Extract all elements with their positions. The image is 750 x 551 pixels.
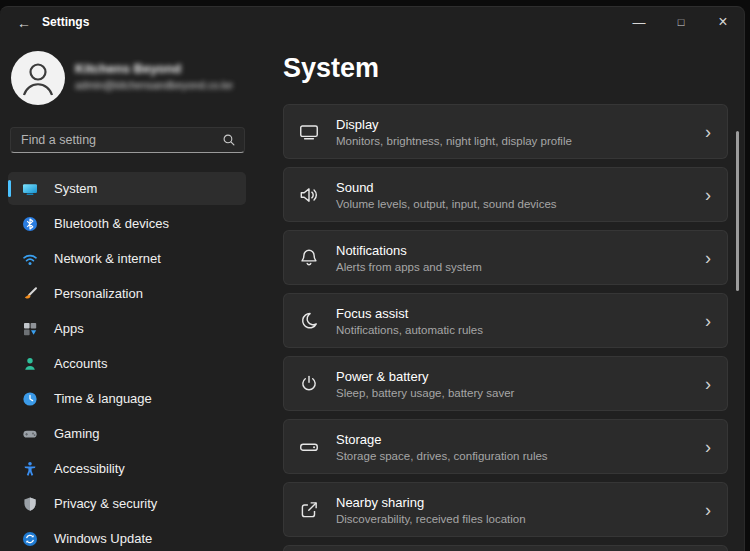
sidebar-item-label: Privacy & security — [54, 496, 157, 511]
accessibility-icon — [22, 461, 38, 477]
profile-name: Kitchens Beyond — [75, 61, 233, 76]
card-subtitle: Storage space, drives, configuration rul… — [336, 450, 548, 462]
chevron-right-icon: › — [705, 375, 711, 393]
sidebar-item-label: Gaming — [54, 426, 100, 441]
sidebar-item-bluetooth-devices[interactable]: Bluetooth & devices — [8, 207, 246, 240]
search-input[interactable] — [11, 133, 222, 147]
card-notifications[interactable]: Notifications Alerts from apps and syste… — [283, 230, 728, 285]
card-display[interactable]: Display Monitors, brightness, night ligh… — [283, 104, 728, 159]
card-power-battery[interactable]: Power & battery Sleep, battery usage, ba… — [283, 356, 728, 411]
card-subtitle: Alerts from apps and system — [336, 261, 482, 273]
clock-icon — [22, 391, 38, 407]
shield-icon — [22, 496, 38, 512]
main-content: System Display Monitors, brightness, nig… — [283, 7, 728, 551]
sidebar-item-label: System — [54, 181, 97, 196]
settings-window: ← Settings — □ × Kitchens Beyond admin@k… — [0, 6, 745, 551]
sidebar-item-label: Accessibility — [54, 461, 125, 476]
avatar — [11, 51, 65, 105]
sidebar-item-accessibility[interactable]: Accessibility — [8, 452, 246, 485]
card-nearby-sharing[interactable]: Nearby sharing Discoverability, received… — [283, 482, 728, 537]
bluetooth-icon — [22, 216, 38, 232]
chevron-right-icon: › — [705, 123, 711, 141]
sidebar-item-windows-update[interactable]: Windows Update — [8, 522, 246, 551]
apps-icon — [22, 321, 38, 337]
card-subtitle: Volume levels, output, input, sound devi… — [336, 198, 557, 210]
moon-icon — [298, 310, 320, 332]
chevron-right-icon: › — [705, 186, 711, 204]
power-icon — [298, 373, 320, 395]
card-title: Notifications — [336, 243, 482, 258]
card-title: Nearby sharing — [336, 495, 526, 510]
sidebar-item-accounts[interactable]: Accounts — [8, 347, 246, 380]
sidebar-item-label: Apps — [54, 321, 84, 336]
card-focus-assist[interactable]: Focus assist Notifications, automatic ru… — [283, 293, 728, 348]
chevron-right-icon: › — [705, 438, 711, 456]
card-title: Display — [336, 117, 572, 132]
scrollbar-thumb[interactable] — [736, 131, 739, 291]
sidebar-item-system[interactable]: System — [8, 172, 246, 205]
card-subtitle: Discoverability, received files location — [336, 513, 526, 525]
sidebar-item-label: Personalization — [54, 286, 143, 301]
sidebar-item-label: Accounts — [54, 356, 107, 371]
sidebar-item-personalization[interactable]: Personalization — [8, 277, 246, 310]
sidebar-item-time-language[interactable]: Time & language — [8, 382, 246, 415]
bell-icon — [298, 247, 320, 269]
sidebar-item-label: Network & internet — [54, 251, 161, 266]
chevron-right-icon: › — [705, 501, 711, 519]
sidebar-item-privacy-security[interactable]: Privacy & security — [8, 487, 246, 520]
sidebar-item-label: Bluetooth & devices — [54, 216, 169, 231]
drive-icon — [298, 436, 320, 458]
profile-email: admin@kitchensandbeyond.co.ke — [75, 79, 233, 91]
paintbrush-icon — [22, 286, 38, 302]
card-subtitle: Monitors, brightness, night light, displ… — [336, 135, 572, 147]
card-title: Sound — [336, 180, 557, 195]
card-subtitle: Sleep, battery usage, battery saver — [336, 387, 514, 399]
system-icon — [22, 181, 38, 197]
chevron-right-icon: › — [705, 312, 711, 330]
sidebar-item-label: Time & language — [54, 391, 152, 406]
speaker-icon — [298, 184, 320, 206]
sidebar-item-network-internet[interactable]: Network & internet — [8, 242, 246, 275]
card-partial[interactable] — [283, 545, 728, 551]
profile-info: Kitchens Beyond admin@kitchensandbeyond.… — [75, 61, 233, 91]
card-title: Storage — [336, 432, 548, 447]
gamepad-icon — [22, 426, 38, 442]
person-icon — [22, 356, 38, 372]
card-subtitle: Notifications, automatic rules — [336, 324, 483, 336]
display-icon — [298, 121, 320, 143]
card-sound[interactable]: Sound Volume levels, output, input, soun… — [283, 167, 728, 222]
sidebar-item-apps[interactable]: Apps — [8, 312, 246, 345]
sidebar-item-label: Windows Update — [54, 531, 152, 546]
update-icon — [22, 531, 38, 547]
settings-cards: Display Monitors, brightness, night ligh… — [283, 104, 728, 551]
card-title: Power & battery — [336, 369, 514, 384]
window-title: Settings — [42, 15, 89, 29]
search-box — [10, 127, 245, 153]
back-button[interactable]: ← — [12, 12, 36, 34]
page-title: System — [283, 53, 379, 84]
chevron-right-icon: › — [705, 249, 711, 267]
sidebar-nav: System Bluetooth & devices Network & int… — [8, 172, 246, 551]
sidebar-item-gaming[interactable]: Gaming — [8, 417, 246, 450]
card-title: Focus assist — [336, 306, 483, 321]
wifi-icon — [22, 251, 38, 267]
share-icon — [298, 499, 320, 521]
search-icon — [222, 128, 244, 152]
card-storage[interactable]: Storage Storage space, drives, configura… — [283, 419, 728, 474]
